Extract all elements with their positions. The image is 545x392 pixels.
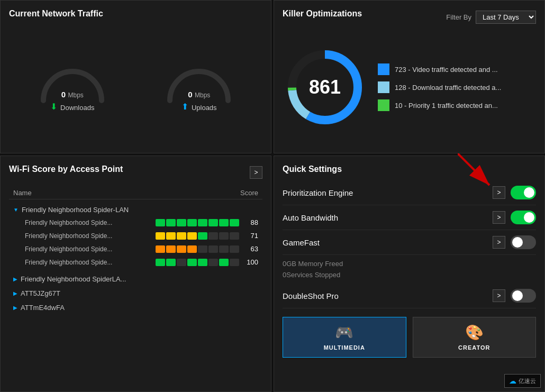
filter-section: Filter By Last 7 Days Last 30 Days Today bbox=[446, 11, 536, 24]
donut-value: 861 bbox=[309, 76, 341, 98]
download-arrow-icon: ⬇ bbox=[50, 102, 57, 112]
multimedia-label: MULTIMEDIA bbox=[324, 344, 365, 351]
downloads-label: Downloads bbox=[60, 104, 94, 112]
upload-arrow-icon: ⬆ bbox=[181, 102, 188, 112]
ap-group-3[interactable]: ▶ ATTmE4dwFA bbox=[9, 300, 262, 315]
bar-7 bbox=[230, 259, 239, 266]
col-score-header: Score bbox=[240, 189, 258, 197]
setting-controls-3: > bbox=[493, 289, 536, 303]
legend-list: 723 - Video traffic detected and ... 128… bbox=[378, 63, 536, 111]
creator-mode-button[interactable]: 🎨 CREATOR bbox=[413, 317, 537, 358]
filter-dropdown[interactable]: Last 7 Days Last 30 Days Today bbox=[476, 11, 536, 24]
bar-4 bbox=[198, 232, 207, 240]
bar-0 bbox=[156, 245, 165, 253]
ap-device-row-3: Friendly Neighborhood Spide... bbox=[9, 256, 262, 269]
col-headers: Name Score bbox=[9, 187, 262, 199]
triangle-right-icon-2: ▶ bbox=[13, 290, 17, 296]
bar-7 bbox=[230, 219, 239, 226]
mode-buttons: 🎮 MULTIMEDIA 🎨 CREATOR bbox=[283, 317, 536, 358]
toggle-2[interactable] bbox=[511, 235, 536, 249]
score-bars-1 bbox=[156, 232, 239, 240]
nav-btn-3[interactable]: > bbox=[493, 289, 505, 302]
services-stopped: 0Services Stopped bbox=[283, 269, 536, 280]
legend-color-0 bbox=[378, 63, 389, 75]
legend-color-2 bbox=[378, 99, 389, 111]
watermark-text: 亿速云 bbox=[519, 377, 536, 385]
quick-settings-panel: Quick Settings Prioritization Engine > A… bbox=[274, 156, 545, 392]
nav-btn-2[interactable]: > bbox=[493, 236, 505, 249]
setting-controls-0: > bbox=[493, 186, 536, 199]
ap-group-1[interactable]: ▶ Friendly Neighborhood SpiderLA... bbox=[9, 272, 262, 286]
bar-6 bbox=[219, 232, 229, 240]
wifi-score-panel: Wi-Fi Score by Access Point > Name Score… bbox=[0, 156, 271, 392]
donut-chart: 861 bbox=[283, 45, 367, 130]
score-bar-container-1: 71 bbox=[156, 232, 258, 240]
bar-4 bbox=[198, 259, 207, 266]
device-name-1: Friendly Neighborhood Spide... bbox=[25, 232, 150, 240]
ap-group-name-0: Friendly Neighborhood Spider-LAN bbox=[22, 206, 129, 214]
toggle-0[interactable] bbox=[511, 186, 536, 199]
score-bars-2 bbox=[156, 245, 239, 253]
gauges-container: 0 Mbps ⬇ Downloads bbox=[9, 25, 262, 144]
toggle-thumb-1 bbox=[524, 212, 534, 223]
multimedia-mode-button[interactable]: 🎮 MULTIMEDIA bbox=[283, 317, 406, 358]
toggle-thumb-0 bbox=[524, 187, 534, 198]
watermark: ☁ 亿速云 bbox=[504, 374, 541, 388]
uploads-unit: Mbps bbox=[195, 92, 210, 99]
toggle-track-2 bbox=[511, 235, 536, 249]
killer-opt-title: Killer Optimizations bbox=[283, 9, 362, 19]
bar-5 bbox=[208, 259, 218, 266]
killer-header: Killer Optimizations Filter By Last 7 Da… bbox=[283, 9, 536, 25]
score-bars-3 bbox=[156, 259, 239, 266]
killer-opt-panel: Killer Optimizations Filter By Last 7 Da… bbox=[274, 0, 545, 153]
bar-0 bbox=[156, 259, 165, 266]
toggle-track-0 bbox=[511, 186, 536, 199]
score-3: 100 bbox=[243, 258, 258, 266]
toggle-1[interactable] bbox=[511, 211, 536, 224]
bar-0 bbox=[156, 219, 165, 226]
killer-content: 861 723 - Video traffic detected and ...… bbox=[283, 30, 536, 144]
legend-text-2: 10 - Priority 1 traffic detected an... bbox=[395, 102, 498, 110]
network-traffic-title: Current Network Traffic bbox=[9, 9, 262, 19]
setting-label-3: DoubleShot Pro bbox=[283, 291, 339, 300]
wifi-expand-button[interactable]: > bbox=[250, 166, 262, 179]
ap-device-row-0: Friendly Neighborhood Spide... bbox=[9, 216, 262, 229]
bar-6 bbox=[219, 219, 229, 226]
watermark-icon: ☁ bbox=[509, 377, 516, 385]
legend-color-1 bbox=[378, 81, 389, 93]
ap-device-row-2: Friendly Neighborhood Spide... bbox=[9, 242, 262, 256]
bar-2 bbox=[177, 232, 186, 240]
bar-3 bbox=[187, 219, 197, 226]
creator-label: CREATOR bbox=[458, 344, 490, 351]
ap-device-row-1: Friendly Neighborhood Spide... bbox=[9, 229, 262, 242]
ap-group-header-0[interactable]: ▼ Friendly Neighborhood Spider-LAN bbox=[9, 204, 262, 216]
uploads-label: Uploads bbox=[192, 104, 217, 112]
legend-text-1: 128 - Download traffic detected a... bbox=[395, 84, 501, 92]
score-bar-container-0: 88 bbox=[156, 218, 258, 226]
bar-7 bbox=[230, 232, 239, 240]
bar-5 bbox=[208, 219, 218, 226]
nav-btn-0[interactable]: > bbox=[493, 186, 505, 199]
score-1: 71 bbox=[243, 232, 258, 240]
toggle-thumb-2 bbox=[512, 237, 523, 248]
setting-label-2: GameFast bbox=[283, 238, 320, 247]
creator-icon: 🎨 bbox=[465, 324, 484, 341]
setting-row-2: GameFast > bbox=[283, 230, 536, 255]
score-0: 88 bbox=[243, 218, 258, 226]
bar-1 bbox=[166, 245, 176, 253]
ap-group-0: ▼ Friendly Neighborhood Spider-LAN Frien… bbox=[9, 204, 262, 269]
toggle-thumb-3 bbox=[512, 290, 523, 301]
legend-text-0: 723 - Video traffic detected and ... bbox=[395, 66, 498, 74]
score-bar-container-3: 100 bbox=[156, 258, 258, 266]
ap-group-name-3: ATTmE4dwFA bbox=[21, 304, 65, 312]
nav-btn-1[interactable]: > bbox=[493, 211, 505, 224]
quick-settings-title: Quick Settings bbox=[283, 165, 536, 174]
triangle-right-icon: ▶ bbox=[13, 276, 17, 282]
network-traffic-panel: Current Network Traffic 0 Mbps ⬇ bbox=[0, 0, 271, 153]
ap-group-2[interactable]: ▶ ATT5JZg67T bbox=[9, 286, 262, 300]
bar-5 bbox=[208, 232, 218, 240]
setting-controls-2: > bbox=[493, 235, 536, 249]
toggle-3[interactable] bbox=[511, 289, 536, 303]
setting-controls-1: > bbox=[493, 211, 536, 224]
device-name-0: Friendly Neighborhood Spide... bbox=[25, 219, 150, 226]
